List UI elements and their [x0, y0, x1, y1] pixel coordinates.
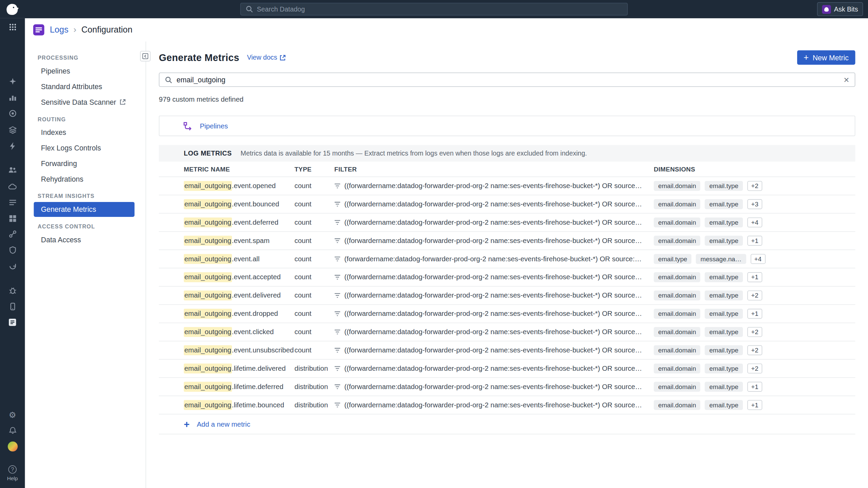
- sidebar-item-sensitive-data-scanner[interactable]: Sensitive Data Scanner: [34, 95, 135, 109]
- table-row[interactable]: email_outgoing.lifetime.delivered distri…: [159, 360, 855, 378]
- dimension-pill[interactable]: email.domain: [654, 327, 701, 337]
- table-row[interactable]: email_outgoing.lifetime.bounced distribu…: [159, 396, 855, 414]
- magic-wand-icon[interactable]: [0, 76, 25, 86]
- dimension-pill[interactable]: email.domain: [654, 345, 701, 355]
- dimensions-more-pill[interactable]: +4: [747, 218, 762, 227]
- dimension-pill[interactable]: email.domain: [654, 290, 701, 300]
- table-row[interactable]: email_outgoing.event.all count (forwarde…: [159, 250, 855, 268]
- dimension-pill[interactable]: email.type: [705, 382, 743, 392]
- dimensions-more-pill[interactable]: +2: [747, 290, 762, 300]
- datadog-logo[interactable]: [4, 2, 20, 17]
- help-icon[interactable]: ?: [0, 464, 25, 474]
- dimension-pill[interactable]: email.type: [705, 272, 743, 282]
- watchdog-icon[interactable]: [0, 108, 25, 118]
- dimension-pill[interactable]: email.domain: [654, 272, 701, 282]
- table-row[interactable]: email_outgoing.event.deferred count ((fo…: [159, 214, 855, 232]
- dimensions-more-pill[interactable]: +2: [747, 364, 762, 373]
- dimension-pill[interactable]: email.domain: [654, 218, 701, 227]
- dimensions-more-pill[interactable]: +1: [747, 236, 762, 246]
- services-icon[interactable]: [0, 165, 25, 175]
- table-row[interactable]: email_outgoing.event.opened count ((forw…: [159, 177, 855, 195]
- dimensions-more-pill[interactable]: +4: [750, 254, 765, 264]
- dashboards-icon[interactable]: [0, 214, 25, 223]
- dimension-pill[interactable]: email.type: [705, 364, 743, 373]
- table-row[interactable]: email_outgoing.event.unsubscribed count …: [159, 341, 855, 360]
- sidebar-item-generate-metrics[interactable]: Generate Metrics: [34, 202, 135, 217]
- serverless-icon[interactable]: [0, 182, 25, 191]
- metric-search[interactable]: ×: [159, 73, 855, 87]
- sidebar-item-data-access[interactable]: Data Access: [34, 232, 135, 247]
- dimension-pill[interactable]: email.type: [654, 254, 692, 264]
- dimension-pill[interactable]: email.type: [705, 218, 743, 227]
- dimension-pill[interactable]: email.domain: [654, 181, 701, 191]
- dimension-pill[interactable]: email.domain: [654, 400, 701, 410]
- dimensions-more-pill[interactable]: +1: [747, 382, 762, 392]
- view-docs-link[interactable]: View docs: [247, 54, 285, 61]
- dimensions-more-pill[interactable]: +2: [747, 327, 762, 337]
- filter-icon: [334, 220, 340, 225]
- infrastructure-icon[interactable]: [0, 125, 25, 135]
- settings-gear-icon[interactable]: ⚙: [0, 409, 25, 419]
- sidebar-item-indexes[interactable]: Indexes: [34, 125, 135, 140]
- sidebar-item-standard-attributes[interactable]: Standard Attributes: [34, 79, 135, 94]
- table-row[interactable]: email_outgoing.lifetime.deferred distrib…: [159, 378, 855, 396]
- dimension-pill[interactable]: email.type: [705, 236, 743, 246]
- notifications-bell-icon[interactable]: [0, 426, 25, 435]
- apps-grid-icon[interactable]: [0, 22, 25, 32]
- security-icon[interactable]: [0, 245, 25, 255]
- sidebar-item-flex-logs-controls[interactable]: Flex Logs Controls: [34, 141, 135, 156]
- sidebar-item-rehydrations[interactable]: Rehydrations: [34, 171, 135, 186]
- new-metric-button[interactable]: + New Metric: [797, 50, 855, 65]
- bits-avatar-icon: [822, 5, 831, 14]
- collapse-sidebar-button[interactable]: [140, 51, 151, 61]
- dimension-pill[interactable]: email.domain: [654, 382, 701, 392]
- dimensions-more-pill[interactable]: +1: [747, 309, 762, 319]
- mobile-icon[interactable]: [0, 302, 25, 311]
- add-new-metric-link[interactable]: Add a new metric: [197, 420, 250, 428]
- dimension-pill[interactable]: email.type: [705, 181, 743, 191]
- dimension-pill[interactable]: email.domain: [654, 199, 701, 209]
- table-row[interactable]: email_outgoing.event.accepted count ((fo…: [159, 268, 855, 287]
- dimensions-more-pill[interactable]: +1: [747, 400, 762, 410]
- sidebar-section-processing: PROCESSING: [38, 55, 145, 61]
- dimensions-more-pill[interactable]: +2: [747, 345, 762, 355]
- table-section-header: LOG METRICS Metrics data is available fo…: [159, 145, 855, 162]
- ask-bits-button[interactable]: Ask Bits: [817, 2, 863, 16]
- dimensions-more-pill[interactable]: +1: [747, 272, 762, 282]
- table-row[interactable]: email_outgoing.event.dropped count ((for…: [159, 305, 855, 323]
- dimension-pill[interactable]: email.domain: [654, 309, 701, 319]
- logs-product-icon[interactable]: [0, 317, 25, 327]
- clear-search-icon[interactable]: ×: [844, 75, 849, 84]
- apm-icon[interactable]: [0, 229, 25, 239]
- ci-icon[interactable]: [0, 261, 25, 271]
- global-search-input[interactable]: [257, 5, 623, 13]
- dimension-pill[interactable]: email.type: [705, 327, 743, 337]
- user-avatar[interactable]: [0, 442, 25, 451]
- metrics-icon[interactable]: [0, 93, 25, 102]
- metric-filter-cell: ((forwardername:datadog-forwarder-prod-o…: [334, 310, 654, 318]
- bug-icon[interactable]: [0, 285, 25, 295]
- events-icon[interactable]: [0, 141, 25, 151]
- table-row[interactable]: email_outgoing.event.bounced count ((for…: [159, 195, 855, 214]
- metric-search-input[interactable]: [177, 76, 839, 84]
- dimension-pill[interactable]: email.type: [705, 345, 743, 355]
- sidebar-item-pipelines[interactable]: Pipelines: [34, 64, 135, 79]
- dimension-pill[interactable]: message.na…: [696, 254, 746, 264]
- breadcrumb-logs-link[interactable]: Logs: [50, 25, 68, 35]
- table-row[interactable]: email_outgoing.event.delivered count ((f…: [159, 287, 855, 305]
- dimension-pill[interactable]: email.domain: [654, 364, 701, 373]
- dimension-pill[interactable]: email.domain: [654, 236, 701, 246]
- global-search[interactable]: [240, 3, 628, 16]
- dimension-pill[interactable]: email.type: [705, 400, 743, 410]
- dimension-pill[interactable]: email.type: [705, 309, 743, 319]
- sidebar-item-forwarding[interactable]: Forwarding: [34, 156, 135, 171]
- table-row[interactable]: email_outgoing.event.spam count ((forwar…: [159, 232, 855, 250]
- dimension-pill[interactable]: email.type: [705, 290, 743, 300]
- dimensions-more-pill[interactable]: +2: [747, 181, 762, 191]
- log-list-icon[interactable]: [0, 198, 25, 207]
- add-plus-icon[interactable]: +: [184, 419, 190, 429]
- pipelines-link[interactable]: Pipelines: [200, 122, 228, 130]
- dimension-pill[interactable]: email.type: [705, 199, 743, 209]
- table-row[interactable]: email_outgoing.event.clicked count ((for…: [159, 323, 855, 341]
- dimensions-more-pill[interactable]: +3: [747, 199, 762, 209]
